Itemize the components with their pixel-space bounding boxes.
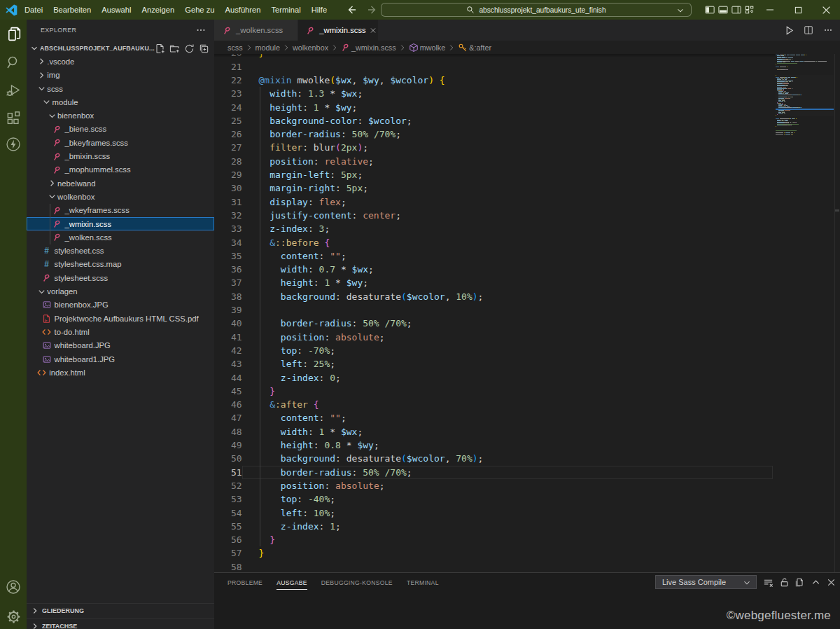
close-button[interactable] <box>812 0 840 20</box>
run-file-icon[interactable] <box>783 24 795 36</box>
command-center-search[interactable]: abschlussprojekt_aufbaukurs_ute_finish <box>381 3 692 17</box>
breadcrumb-wolkenbox[interactable]: wolkenbox <box>293 43 328 52</box>
tree-item-stylesheet-css-map[interactable]: #stylesheet.css.map <box>27 258 214 271</box>
code-line-40[interactable]: border-radius: 50% /70%; <box>259 317 412 330</box>
activity-settings[interactable] <box>0 602 27 629</box>
code-line-23[interactable]: width: 1.3 * $wx; <box>259 87 363 100</box>
code-line-51[interactable]: border-radius: 50% /70%; <box>259 466 412 479</box>
scrollbar-track[interactable] <box>834 54 835 629</box>
tree-item--wkeyframes-scss[interactable]: _wkeyframes.scss <box>27 204 214 217</box>
collapse-all-icon[interactable] <box>197 42 211 55</box>
tab-wolken-scss[interactable]: _wolken.scss <box>214 20 298 41</box>
chevron-down-icon[interactable] <box>676 6 685 15</box>
code-line-28[interactable]: position: relative; <box>259 155 374 168</box>
menu-hilfe[interactable]: Hilfe <box>306 0 332 20</box>
menu-datei[interactable]: Datei <box>20 0 48 20</box>
new-file-icon[interactable] <box>153 42 167 55</box>
tab-wmixin-scss[interactable]: _wmixin.scss <box>298 20 378 41</box>
code-line-29[interactable]: margin-left: 5px; <box>259 168 363 181</box>
code-line-24[interactable]: height: 1 * $wy; <box>259 101 358 114</box>
code-line-25[interactable]: background-color: $wcolor; <box>259 114 412 127</box>
split-editor-icon[interactable] <box>802 24 815 36</box>
tree-item--biene-scss[interactable]: _biene.scss <box>27 123 214 136</box>
code-line-22[interactable]: @mixin mwolke($wx, $wy, $wcolor) { <box>259 74 445 87</box>
code-line-41[interactable]: position: absolute; <box>259 331 385 344</box>
open-in-editor-icon[interactable] <box>793 575 806 589</box>
tree-item-whiteboard-jpg[interactable]: whiteboard.JPG <box>27 339 214 352</box>
code-line-26[interactable]: border-radius: 50% /70%; <box>259 127 402 141</box>
tree-item--mophummel-scss[interactable]: _mophummel.scss <box>27 163 214 177</box>
tree-item-projektwoche-aufbaukurs-html-css-pdf[interactable]: Projektwoche Aufbaukurs HTML CSS.pdf <box>27 312 214 325</box>
code-line-36[interactable]: width: 0.7 * $wx; <box>259 263 374 276</box>
menu-anzeigen[interactable]: Anzeigen <box>136 0 180 20</box>
menu-bearbeiten[interactable]: Bearbeiten <box>48 0 97 20</box>
code-line-55[interactable]: z-index: 1; <box>259 520 341 533</box>
breadcrumb-scss[interactable]: scss <box>227 43 243 52</box>
tree-item-scss[interactable]: scss <box>27 82 214 95</box>
activity-explorer[interactable] <box>0 20 27 48</box>
tree-item--vscode[interactable]: .vscode <box>27 55 214 68</box>
tree-item-whiteboard1-jpg[interactable]: whiteboard1.JPG <box>27 352 214 366</box>
code-line-33[interactable]: z-index: 3; <box>259 222 330 235</box>
menu-terminal[interactable]: Terminal <box>266 0 306 20</box>
more-actions-icon[interactable] <box>196 25 206 35</box>
code-line-32[interactable]: justify-content: center; <box>259 209 402 222</box>
code-line-30[interactable]: margin-right: 5px; <box>259 181 369 195</box>
minimap[interactable] <box>776 54 834 572</box>
code-line-53[interactable]: top: -40%; <box>259 492 336 506</box>
code-line-46[interactable]: &:after { <box>259 398 319 411</box>
refresh-icon[interactable] <box>182 42 197 55</box>
tree-item-stylesheet-css[interactable]: #stylesheet.css <box>27 244 214 258</box>
code-line-47[interactable]: content: ""; <box>259 411 346 424</box>
tree-item-bienenbox[interactable]: bienenbox <box>27 109 214 123</box>
menu-gehe-zu[interactable]: Gehe zu <box>180 0 220 20</box>
tree-item-nebelwand[interactable]: nebelwand <box>27 177 214 190</box>
minimize-button[interactable] <box>756 0 784 20</box>
tree-item-vorlagen[interactable]: vorlagen <box>27 284 214 298</box>
panel-tab-probleme[interactable]: PROBLEME <box>227 575 262 589</box>
code-line-45[interactable]: } <box>259 385 275 398</box>
activity-search[interactable] <box>0 48 27 76</box>
code-line-49[interactable]: height: 0.8 * $wy; <box>259 438 379 452</box>
tree-item-to-do-html[interactable]: to-do.html <box>27 325 214 338</box>
section-zeitachse[interactable]: ZEITACHSE <box>27 618 214 629</box>
toggle-panel-icon[interactable] <box>716 0 729 20</box>
maximize-panel-icon[interactable] <box>809 575 822 589</box>
code-line-50[interactable]: background: desaturate($wcolor, 70%); <box>259 452 484 465</box>
toggle-primary-sidebar-icon[interactable] <box>703 0 716 20</box>
clear-output-icon[interactable] <box>762 575 775 589</box>
code-line-48[interactable]: width: 1 * $wx; <box>259 425 363 438</box>
section-gliederung[interactable]: GLIEDERUNG <box>27 603 214 618</box>
more-actions-icon[interactable] <box>822 24 834 36</box>
code-line-54[interactable]: left: 10%; <box>259 506 336 520</box>
toggle-secondary-sidebar-icon[interactable] <box>729 0 743 20</box>
tree-item-module[interactable]: module <box>27 95 214 109</box>
tree-item-stylesheet-scss[interactable]: stylesheet.scss <box>27 271 214 284</box>
code-line-44[interactable]: z-index: 0; <box>259 371 341 385</box>
breadcrumb-module[interactable]: module <box>255 43 280 52</box>
tree-item-img[interactable]: img <box>27 69 214 82</box>
breadcrumb--after[interactable]: &:after <box>458 43 491 53</box>
menu-auswahl[interactable]: Auswahl <box>97 0 136 20</box>
code-line-56[interactable]: } <box>259 533 275 546</box>
code-line-35[interactable]: content: ""; <box>259 249 346 263</box>
close-panel-icon[interactable] <box>825 575 838 589</box>
panel-tab-debugging-konsole[interactable]: DEBUGGING-KONSOLE <box>321 575 393 589</box>
tree-item--wolken-scss[interactable]: _wolken.scss <box>27 230 214 244</box>
customize-layout-icon[interactable] <box>743 0 756 20</box>
panel-tab-terminal[interactable]: TERMINAL <box>407 575 439 589</box>
code-line-27[interactable]: filter: blur(2px); <box>259 141 369 154</box>
code-line-52[interactable]: position: absolute; <box>259 479 385 492</box>
code-line-34[interactable]: &::before { <box>259 236 330 249</box>
code-line-38[interactable]: background: desaturate($wcolor, 10%); <box>259 290 484 303</box>
code-editor[interactable]: 20}2122@mixin mwolke($wx, $wy, $wcolor) … <box>214 54 840 572</box>
breadcrumb--wmixin-scss[interactable]: _wmixin.scss <box>341 43 396 52</box>
tree-item-index-html[interactable]: index.html <box>27 366 214 379</box>
code-line-43[interactable]: left: 25%; <box>259 357 336 371</box>
tree-item-wolkenbox[interactable]: wolkenbox <box>27 190 214 203</box>
project-section-header[interactable]: ABSCHLUSSPROJEKT_AUFBAUKU... <box>27 41 214 55</box>
forward-icon[interactable] <box>366 4 377 15</box>
panel-tab-ausgabe[interactable]: AUSGABE <box>276 575 307 590</box>
tree-item-bienenbox-jpg[interactable]: bienenbox.JPG <box>27 298 214 312</box>
code-line-42[interactable]: top: -70%; <box>259 344 336 357</box>
